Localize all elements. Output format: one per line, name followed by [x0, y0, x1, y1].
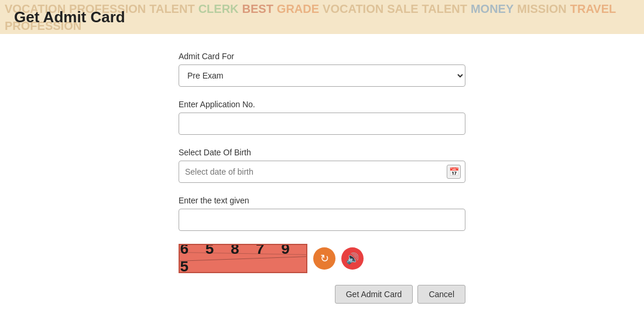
captcha-text: 6 5 8 7 9 5 — [180, 244, 306, 273]
speaker-icon: 🔊 — [346, 252, 359, 265]
bg-word: TALENT — [149, 2, 194, 16]
application-no-group: Enter Application No. — [179, 100, 465, 135]
cancel-button[interactable]: Cancel — [417, 285, 465, 304]
main-content: Admit Card For Pre Exam Main Exam Enter … — [0, 34, 644, 304]
bg-word: VOCATION — [323, 2, 383, 16]
captcha-input[interactable] — [179, 209, 465, 231]
bg-word: MISSION — [517, 2, 566, 16]
dob-input-wrapper: 📅 — [179, 161, 465, 183]
refresh-icon: ↻ — [320, 252, 329, 265]
bg-word: BEST — [242, 2, 273, 16]
bg-word: TRAVEL — [570, 2, 616, 16]
action-buttons-row: Get Admit Card Cancel — [179, 285, 465, 304]
captcha-row: 6 5 8 7 9 5 ↻ 🔊 — [179, 244, 465, 273]
application-no-label: Enter Application No. — [179, 100, 465, 109]
bg-word: GRADE — [277, 2, 319, 16]
page-header: VOCATION PROFESSION TALENT CLERK BEST GR… — [0, 0, 644, 34]
captcha-text-label: Enter the text given — [179, 196, 465, 205]
bg-word: CLERK — [198, 2, 239, 16]
form-container: Admit Card For Pre Exam Main Exam Enter … — [179, 52, 465, 304]
get-admit-card-button[interactable]: Get Admit Card — [335, 285, 413, 304]
captcha-refresh-button[interactable]: ↻ — [313, 247, 335, 270]
bg-word: MONEY — [471, 2, 513, 16]
admit-card-for-label: Admit Card For — [179, 52, 465, 61]
dob-input[interactable] — [179, 161, 465, 183]
dob-label: Select Date Of Birth — [179, 148, 465, 157]
admit-card-for-group: Admit Card For Pre Exam Main Exam — [179, 52, 465, 87]
bg-word: TALENT — [422, 2, 467, 16]
dob-group: Select Date Of Birth 📅 — [179, 148, 465, 183]
admit-card-for-select[interactable]: Pre Exam Main Exam — [179, 64, 465, 87]
bg-word: SALE — [387, 2, 418, 16]
application-no-input[interactable] — [179, 113, 465, 135]
captcha-text-group: Enter the text given — [179, 196, 465, 231]
calendar-icon[interactable]: 📅 — [447, 165, 461, 179]
captcha-speaker-button[interactable]: 🔊 — [341, 247, 364, 270]
page-title: Get Admit Card — [6, 2, 133, 32]
captcha-image: 6 5 8 7 9 5 — [179, 244, 307, 273]
